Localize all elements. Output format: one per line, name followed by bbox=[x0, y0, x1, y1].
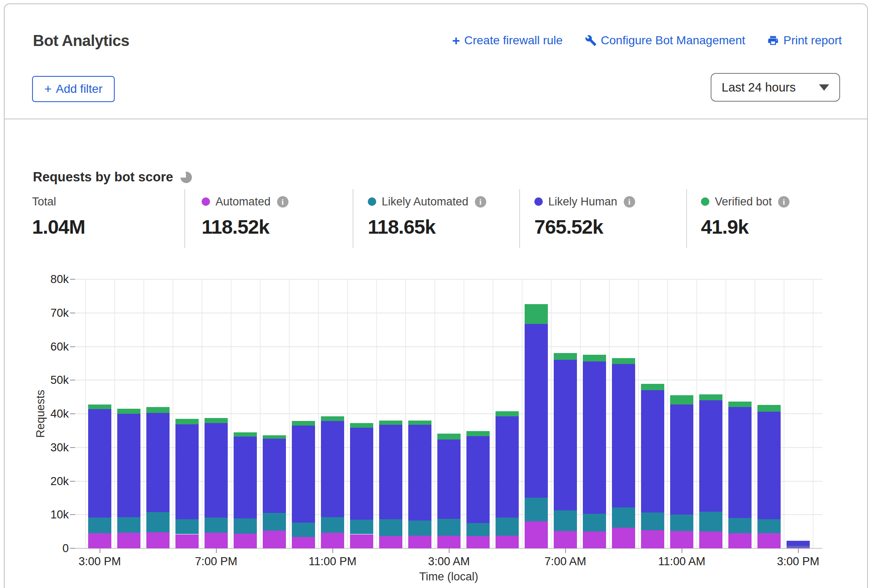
stat-label: Likely Automated bbox=[382, 195, 469, 208]
add-filter-button[interactable]: + Add filter bbox=[32, 76, 115, 102]
section-title-row: Requests by bot score bbox=[33, 170, 192, 185]
create-firewall-rule-link[interactable]: + Create firewall rule bbox=[452, 34, 563, 47]
info-icon[interactable]: i bbox=[475, 196, 486, 208]
section-title: Requests by bot score bbox=[33, 170, 173, 185]
stat-divider bbox=[686, 189, 687, 248]
legend-dot-verified-bot bbox=[701, 197, 709, 206]
configure-bot-management-label: Configure Bot Management bbox=[601, 34, 745, 47]
stat-verified-bot: Verified bot i 41.9k bbox=[701, 195, 789, 238]
wrench-icon bbox=[585, 35, 597, 46]
stat-value: 41.9k bbox=[701, 215, 789, 238]
stat-likely-automated: Likely Automated i 118.65k bbox=[368, 195, 486, 238]
plus-icon: + bbox=[452, 34, 460, 47]
stat-value: 765.52k bbox=[534, 215, 635, 238]
page-title: Bot Analytics bbox=[33, 32, 129, 50]
chevron-down-icon bbox=[819, 84, 829, 91]
configure-bot-management-link[interactable]: Configure Bot Management bbox=[585, 34, 745, 47]
legend-dot-automated bbox=[202, 197, 210, 206]
legend-dot-likely-automated bbox=[368, 197, 376, 206]
stat-automated: Automated i 118.52k bbox=[202, 195, 288, 238]
info-icon[interactable]: i bbox=[624, 196, 635, 208]
pie-chart-icon bbox=[181, 172, 192, 183]
create-firewall-rule-label: Create firewall rule bbox=[464, 34, 563, 47]
stat-likely-human: Likely Human i 765.52k bbox=[534, 195, 635, 238]
header-divider bbox=[4, 119, 868, 119]
stat-divider bbox=[184, 189, 185, 248]
stat-divider bbox=[353, 189, 353, 248]
add-filter-label: Add filter bbox=[56, 82, 103, 96]
stat-label: Automated bbox=[216, 195, 271, 208]
time-range-select[interactable]: Last 24 hours bbox=[711, 73, 840, 102]
plus-icon: + bbox=[44, 83, 52, 95]
print-report-label: Print report bbox=[783, 34, 842, 47]
stat-divider bbox=[519, 189, 520, 248]
header-actions: + Create firewall rule Configure Bot Man… bbox=[452, 34, 842, 47]
stat-total: Total 1.04M bbox=[32, 195, 85, 238]
info-icon[interactable]: i bbox=[277, 196, 288, 208]
stat-label: Verified bot bbox=[715, 195, 772, 208]
stat-value: 118.52k bbox=[202, 215, 288, 238]
info-icon[interactable]: i bbox=[778, 196, 789, 208]
printer-icon bbox=[767, 35, 779, 46]
stat-value: 1.04M bbox=[32, 215, 85, 238]
time-range-value: Last 24 hours bbox=[722, 81, 796, 94]
stat-value: 118.65k bbox=[368, 215, 486, 238]
stat-label: Likely Human bbox=[548, 195, 617, 208]
print-report-link[interactable]: Print report bbox=[767, 34, 842, 47]
legend-dot-likely-human bbox=[534, 197, 543, 206]
stat-label: Total bbox=[32, 195, 56, 208]
